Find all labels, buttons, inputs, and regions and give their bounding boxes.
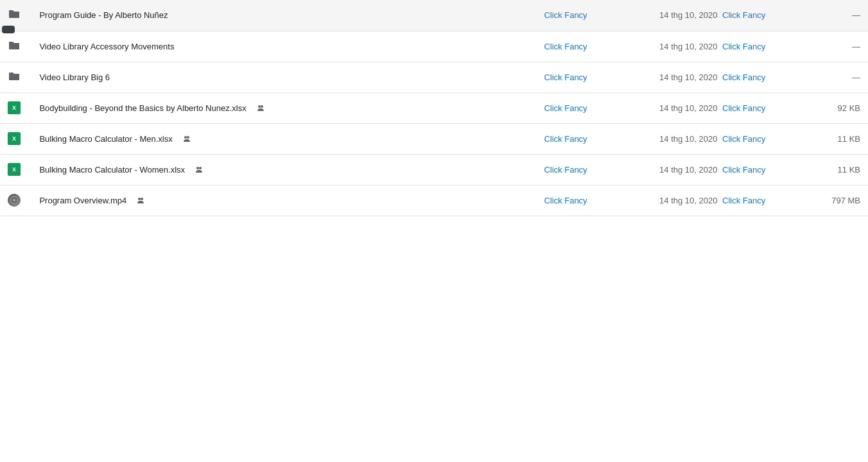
file-name-cell[interactable]: Bulking Macro Calculator - Men.xlsx <box>31 123 536 154</box>
date-owner-link[interactable]: Click Fancy <box>722 134 765 144</box>
table-row[interactable]: X Bulking Macro Calculator - Women.xlsx … <box>0 154 868 185</box>
owner-link[interactable]: Click Fancy <box>544 165 587 175</box>
file-date: 14 thg 10, 2020 <box>659 134 717 144</box>
shared-icon <box>135 195 146 205</box>
file-icon-cell: X <box>0 92 31 123</box>
file-name: Bodybuilding - Beyond the Basics by Albe… <box>39 103 246 113</box>
file-icon-cell <box>0 62 31 92</box>
file-date: 14 thg 10, 2020 <box>659 165 717 175</box>
table-row[interactable]: Program Overview.mp4 Click Fancy 14 thg … <box>0 185 868 216</box>
owner-link[interactable]: Click Fancy <box>544 73 587 82</box>
folder-icon <box>8 8 21 19</box>
file-date-cell: 14 thg 10, 2020 Click Fancy <box>652 185 796 216</box>
file-size-cell: 11 KB <box>796 154 868 185</box>
video-file-icon <box>8 194 21 207</box>
file-size-cell: 92 KB <box>796 92 868 123</box>
file-name: Bulking Macro Calculator - Men.xlsx <box>39 134 172 144</box>
xlsx-icon: X <box>8 101 21 114</box>
shared-icon <box>182 133 192 144</box>
owner-link[interactable]: Click Fancy <box>544 196 587 205</box>
folder-icon <box>8 70 21 81</box>
file-date-cell: 14 thg 10, 2020 Click Fancy <box>652 0 796 31</box>
file-date-cell: 14 thg 10, 2020 Click Fancy <box>652 92 796 123</box>
svg-point-2 <box>13 199 15 201</box>
file-owner-cell: Click Fancy <box>536 154 652 185</box>
tooltip <box>2 26 15 33</box>
video-icon <box>8 194 21 207</box>
file-owner-cell: Click Fancy <box>536 0 652 31</box>
file-size-cell: — <box>796 31 868 62</box>
table-row[interactable]: Video Library Accessory Movements Click … <box>0 31 868 62</box>
file-date-cell: 14 thg 10, 2020 Click Fancy <box>652 31 796 62</box>
owner-link[interactable]: Click Fancy <box>544 134 587 144</box>
file-owner-cell: Click Fancy <box>536 185 652 216</box>
file-name: Video Library Accessory Movements <box>39 42 174 51</box>
file-date: 14 thg 10, 2020 <box>659 42 717 51</box>
file-icon-cell: X <box>0 154 31 185</box>
file-size-cell: 797 MB <box>796 185 868 216</box>
date-owner-link[interactable]: Click Fancy <box>722 42 765 51</box>
table-row[interactable]: X Bodybuilding - Beyond the Basics by Al… <box>0 92 868 123</box>
file-owner-cell: Click Fancy <box>536 92 652 123</box>
owner-link[interactable]: Click Fancy <box>544 103 587 113</box>
file-size: — <box>852 42 860 51</box>
file-size-cell: 11 KB <box>796 123 868 154</box>
date-owner-link[interactable]: Click Fancy <box>722 103 765 113</box>
shared-icon <box>256 103 266 113</box>
file-name-cell[interactable]: Video Library Big 6 <box>31 62 536 92</box>
file-owner-cell: Click Fancy <box>536 123 652 154</box>
file-icon-cell <box>0 31 31 62</box>
date-owner-link[interactable]: Click Fancy <box>722 196 765 205</box>
table-row[interactable]: X Bulking Macro Calculator - Men.xlsx Cl… <box>0 123 868 154</box>
file-icon-cell <box>0 185 31 216</box>
file-size-cell: — <box>796 62 868 92</box>
file-icon-cell: X <box>0 123 31 154</box>
shared-icon <box>194 164 204 175</box>
file-size: — <box>852 73 860 82</box>
file-date-cell: 14 thg 10, 2020 Click Fancy <box>652 62 796 92</box>
date-owner-link[interactable]: Click Fancy <box>722 73 765 82</box>
date-owner-link[interactable]: Click Fancy <box>722 10 765 20</box>
table-row[interactable]: Video Library Big 6 Click Fancy 14 thg 1… <box>0 62 868 92</box>
file-size: 797 MB <box>831 196 860 205</box>
file-name: Video Library Big 6 <box>39 73 110 82</box>
xlsx-icon: X <box>8 163 21 176</box>
file-list: Program Guide - By Alberto Nuñez Click F… <box>0 0 868 216</box>
file-date: 14 thg 10, 2020 <box>659 103 717 113</box>
file-name-cell[interactable]: Bodybuilding - Beyond the Basics by Albe… <box>31 92 536 123</box>
file-owner-cell: Click Fancy <box>536 62 652 92</box>
file-date: 14 thg 10, 2020 <box>659 73 717 82</box>
file-name-cell[interactable]: Program Overview.mp4 <box>31 185 536 216</box>
date-owner-link[interactable]: Click Fancy <box>722 165 765 175</box>
file-name-cell[interactable]: Video Library Accessory Movements <box>31 31 536 62</box>
file-name: Bulking Macro Calculator - Women.xlsx <box>39 165 185 175</box>
file-name-cell[interactable]: Program Guide - By Alberto Nuñez <box>31 0 536 31</box>
file-size: — <box>852 10 860 20</box>
owner-link[interactable]: Click Fancy <box>544 42 587 51</box>
file-owner-cell: Click Fancy <box>536 31 652 62</box>
file-size-cell: — <box>796 0 868 31</box>
table-row[interactable]: Program Guide - By Alberto Nuñez Click F… <box>0 0 868 31</box>
xlsx-icon: X <box>8 132 21 145</box>
file-name: Program Guide - By Alberto Nuñez <box>39 10 168 20</box>
file-date: 14 thg 10, 2020 <box>659 196 717 205</box>
file-date: 14 thg 10, 2020 <box>659 10 717 20</box>
owner-link[interactable]: Click Fancy <box>544 10 587 20</box>
file-size: 92 KB <box>838 103 860 113</box>
file-name: Program Overview.mp4 <box>39 196 126 205</box>
file-size: 11 KB <box>838 134 860 144</box>
file-name-cell[interactable]: Bulking Macro Calculator - Women.xlsx <box>31 154 536 185</box>
file-size: 11 KB <box>838 165 860 175</box>
file-date-cell: 14 thg 10, 2020 Click Fancy <box>652 154 796 185</box>
file-date-cell: 14 thg 10, 2020 Click Fancy <box>652 123 796 154</box>
folder-icon <box>8 39 21 51</box>
